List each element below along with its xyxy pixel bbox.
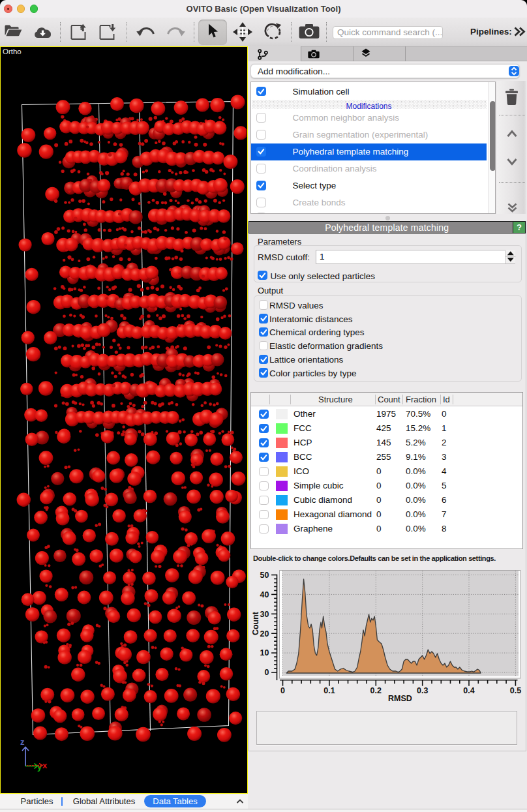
svg-text:0.3: 0.3 [417,686,428,695]
svg-text:10: 10 [260,648,269,657]
svg-text:40: 40 [260,590,269,599]
svg-text:z: z [20,737,25,747]
svg-text:x: x [42,760,48,770]
svg-text:50: 50 [260,571,269,580]
svg-text:Count: Count [250,611,260,635]
svg-text:RMSD: RMSD [388,694,412,703]
svg-text:20: 20 [260,629,269,639]
svg-text:0.2: 0.2 [370,686,381,695]
svg-text:0.4: 0.4 [463,686,474,695]
svg-text:30: 30 [260,610,269,619]
svg-text:0.5: 0.5 [509,686,520,695]
svg-text:0.1: 0.1 [324,686,335,695]
svg-text:0: 0 [264,668,269,677]
svg-text:0: 0 [280,686,285,695]
